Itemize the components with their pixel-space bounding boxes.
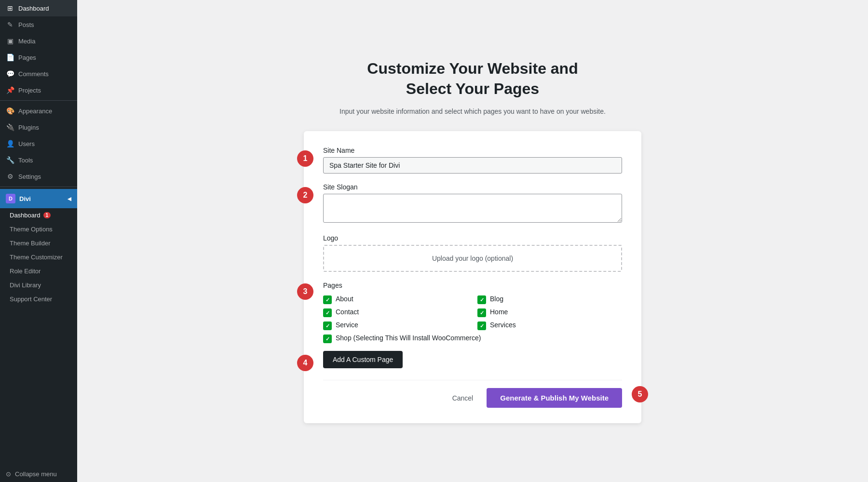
sidebar-item-label: Appearance (18, 107, 52, 115)
logo-upload-text: Upload your logo (optional) (432, 254, 513, 262)
step-4-badge: 4 (297, 355, 313, 371)
divi-dashboard-label: Dashboard (10, 212, 41, 219)
card-footer: Cancel Generate & Publish My Website 5 (323, 380, 622, 408)
divi-submenu: Dashboard 1 Theme Options Theme Builder … (0, 208, 77, 306)
check-about-icon (323, 295, 332, 304)
sidebar-item-label: Pages (18, 54, 36, 61)
page-item-blog[interactable]: Blog (477, 295, 622, 304)
site-name-input[interactable] (323, 157, 622, 174)
page-item-shop[interactable]: Shop (Selecting This Will Install WooCom… (323, 334, 622, 343)
sidebar-item-support-center[interactable]: Support Center (0, 292, 77, 306)
page-item-about[interactable]: About (323, 295, 468, 304)
collapse-label: Collapse menu (15, 470, 57, 478)
page-shop-label: Shop (Selecting This Will Install WooCom… (336, 334, 481, 342)
sidebar-item-label: Media (18, 38, 35, 45)
sidebar-item-theme-options[interactable]: Theme Options (0, 222, 77, 236)
sidebar-item-divi-library[interactable]: Divi Library (0, 278, 77, 292)
site-slogan-input[interactable] (323, 194, 622, 223)
posts-icon: ✎ (6, 21, 14, 28)
role-editor-label: Role Editor (10, 268, 41, 275)
add-custom-page-button[interactable]: Add A Custom Page (323, 351, 403, 368)
cancel-button[interactable]: Cancel (447, 390, 479, 406)
divi-label: Divi (19, 195, 31, 202)
sidebar-item-label: Settings (18, 173, 41, 180)
page-subtitle: Input your website information and selec… (339, 107, 606, 117)
sidebar-item-divi-dashboard[interactable]: Dashboard 1 (0, 208, 77, 222)
sidebar-item-settings[interactable]: ⚙ Settings (0, 168, 77, 185)
divi-library-label: Divi Library (10, 281, 41, 289)
add-custom-page-section: 4 Add A Custom Page (323, 351, 622, 376)
projects-icon: 📌 (6, 86, 14, 94)
settings-icon: ⚙ (6, 173, 14, 180)
check-service-icon (323, 321, 332, 330)
main-content: Customize Your Website and Select Your P… (77, 0, 868, 482)
pages-section: 3 Pages About Blog (323, 281, 622, 343)
tools-icon: 🔧 (6, 156, 14, 164)
divi-header[interactable]: D Divi ◀ (0, 189, 77, 208)
collapse-menu-button[interactable]: ⊙ Collapse menu (0, 466, 77, 482)
page-item-service[interactable]: Service (323, 321, 468, 330)
site-slogan-group: 2 Site Slogan (323, 183, 622, 225)
page-contact-label: Contact (336, 308, 359, 316)
pages-icon: 📄 (6, 54, 14, 61)
pages-grid: About Blog Contact Home (323, 295, 622, 343)
sidebar-item-comments[interactable]: 💬 Comments (0, 66, 77, 82)
sidebar-item-projects[interactable]: 📌 Projects (0, 82, 77, 98)
check-shop-icon (323, 335, 332, 343)
sidebar-item-label: Users (18, 140, 35, 147)
customization-card: 1 Site Name 2 Site Slogan Logo Upload yo… (304, 131, 641, 423)
page-item-contact[interactable]: Contact (323, 308, 468, 317)
media-icon: ▣ (6, 37, 14, 45)
step-1-badge: 1 (297, 150, 313, 167)
page-item-home[interactable]: Home (477, 308, 622, 317)
publish-button[interactable]: Generate & Publish My Website (487, 388, 622, 408)
sidebar-item-pages[interactable]: 📄 Pages (0, 49, 77, 66)
sidebar-item-theme-builder[interactable]: Theme Builder (0, 236, 77, 250)
page-service-label: Service (336, 321, 358, 329)
check-contact-icon (323, 308, 332, 317)
site-name-group: 1 Site Name (323, 147, 622, 174)
sidebar-item-label: Posts (18, 21, 34, 28)
logo-group: Logo Upload your logo (optional) (323, 234, 622, 272)
divi-arrow-icon: ◀ (68, 196, 71, 201)
page-wrapper: Customize Your Website and Select Your P… (304, 59, 641, 423)
check-home-icon (477, 308, 486, 317)
sidebar-item-tools[interactable]: 🔧 Tools (0, 152, 77, 168)
sidebar-item-label: Projects (18, 87, 41, 94)
sidebar-item-label: Dashboard (18, 5, 49, 12)
page-home-label: Home (490, 308, 508, 316)
sidebar-item-theme-customizer[interactable]: Theme Customizer (0, 250, 77, 264)
page-services-label: Services (490, 321, 516, 329)
page-item-services[interactable]: Services (477, 321, 622, 330)
divi-icon: D (6, 194, 15, 203)
plugins-icon: 🔌 (6, 123, 14, 131)
page-about-label: About (336, 295, 353, 303)
step-3-badge: 3 (297, 283, 313, 300)
sidebar-item-users[interactable]: 👤 Users (0, 135, 77, 152)
logo-upload-area[interactable]: Upload your logo (optional) (323, 245, 622, 272)
check-blog-icon (477, 295, 486, 304)
support-center-label: Support Center (10, 295, 52, 303)
theme-customizer-label: Theme Customizer (10, 254, 63, 261)
sidebar-item-appearance[interactable]: 🎨 Appearance (0, 103, 77, 119)
theme-builder-label: Theme Builder (10, 240, 51, 247)
sidebar-item-posts[interactable]: ✎ Posts (0, 16, 77, 33)
appearance-icon: 🎨 (6, 107, 14, 115)
pages-label: Pages (323, 281, 622, 289)
sidebar-item-label: Comments (18, 70, 49, 78)
step-2-badge: 2 (297, 187, 313, 203)
divi-section: D Divi ◀ (0, 189, 77, 208)
page-blog-label: Blog (490, 295, 503, 303)
check-services-icon (477, 321, 486, 330)
sidebar-item-label: Plugins (18, 124, 39, 131)
sidebar-item-dashboard[interactable]: ⊞ Dashboard (0, 0, 77, 16)
dashboard-icon: ⊞ (6, 4, 14, 12)
logo-label: Logo (323, 234, 622, 242)
sidebar-item-plugins[interactable]: 🔌 Plugins (0, 119, 77, 135)
sidebar-item-media[interactable]: ▣ Media (0, 33, 77, 49)
sidebar-item-label: Tools (18, 157, 33, 164)
sidebar-item-role-editor[interactable]: Role Editor (0, 264, 77, 278)
dashboard-badge: 1 (43, 212, 51, 218)
site-slogan-label: Site Slogan (323, 183, 622, 191)
theme-options-label: Theme Options (10, 226, 53, 233)
